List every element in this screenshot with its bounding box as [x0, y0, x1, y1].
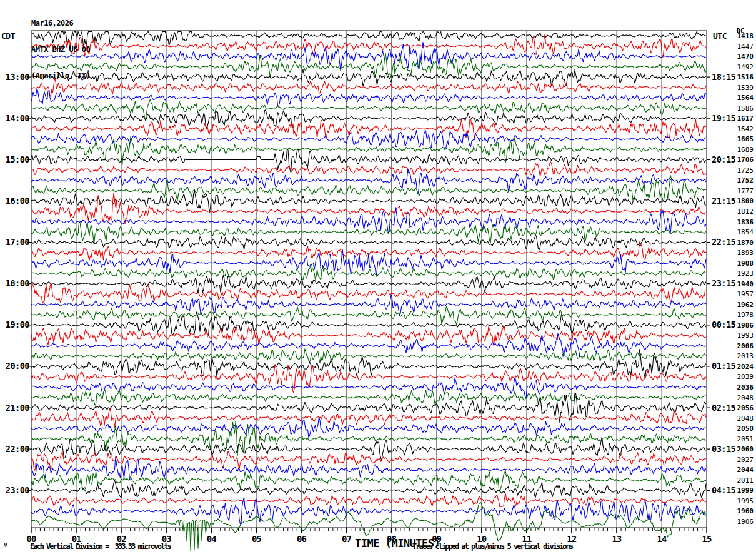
trace-row — [31, 78, 706, 96]
dc-offset-value: 1800 — [737, 197, 754, 205]
cdt-hour-label: 23:00 — [6, 485, 30, 495]
dc-offset-value: 1752 — [737, 176, 754, 184]
trace-row — [31, 493, 706, 507]
trace-row — [31, 162, 706, 176]
dc-offset-value: 1908 — [737, 259, 754, 268]
trace-row — [31, 32, 706, 49]
dc-offset-value: 2024 — [737, 363, 754, 371]
trace-row — [31, 471, 706, 492]
dc-offset-value: 1906 — [737, 518, 754, 526]
dc-offset-value: 1586 — [737, 104, 754, 113]
scale-note: Each Vertical Division = 333.33 microvol… — [30, 542, 171, 551]
trace-row — [31, 264, 706, 280]
utc-time-label: 04:15 — [712, 485, 736, 495]
dc-offset-value: 1978 — [737, 311, 754, 319]
trace-row — [31, 333, 706, 357]
dc-offset-value: 2039 — [737, 373, 754, 381]
minute-tick-label: 14 — [657, 534, 667, 544]
dc-offset-value: 1516 — [737, 73, 754, 81]
minute-tick-label: 04 — [207, 534, 216, 544]
dc-offset-value: 1492 — [737, 63, 754, 71]
dc-offset-value: 1564 — [737, 94, 754, 102]
trace-row — [31, 119, 706, 138]
left-axis-title: CDT — [1, 31, 15, 41]
cdt-hour-label: 18:00 — [6, 278, 30, 288]
utc-time-label: 03:15 — [712, 444, 736, 454]
dc-offset-value: 1706 — [737, 156, 754, 164]
dc-offset-value: 2056 — [737, 404, 754, 412]
dc-offset-value: 2006 — [737, 342, 754, 350]
dc-offset-value: 1893 — [737, 249, 754, 257]
utc-time-label: 21:15 — [712, 196, 736, 206]
minute-tick-label: 06 — [297, 534, 306, 544]
trace-row — [31, 69, 706, 86]
dc-offset-value: 1689 — [737, 146, 754, 154]
dc-offset-value: 1470 — [737, 53, 754, 61]
title-station: AMTX BHZ US 00 — [31, 45, 90, 54]
trace-row — [31, 390, 706, 406]
dc-offset-value: 1642 — [737, 125, 754, 133]
trace-row — [31, 408, 706, 428]
dc-offset-value: 2051 — [737, 435, 754, 443]
plot-title-block: Mar16,2026 AMTX BHZ US 00 (Amarillo, TX) — [31, 1, 90, 98]
dc-offset-value: 1836 — [737, 218, 754, 226]
dc-offset-value: 1962 — [737, 301, 754, 309]
right-axis-title: UTC — [713, 31, 727, 41]
dc-offset-value: 1854 — [737, 228, 754, 236]
title-date: Mar16,2026 — [31, 19, 90, 28]
cdt-hour-label: 16:00 — [6, 196, 30, 206]
dc-offset-value: 1995 — [737, 497, 754, 505]
utc-time-label: 23:15 — [712, 278, 736, 288]
title-location: (Amarillo, TX) — [31, 71, 90, 80]
dc-offset-value: 2050 — [737, 425, 754, 433]
trace-row — [31, 53, 706, 78]
trace-row — [31, 326, 706, 345]
trace-row — [31, 131, 706, 150]
dc-offset-value: 2048 — [737, 394, 754, 402]
minor-ticks — [36, 528, 702, 531]
cdt-hour-label: 17:00 — [6, 237, 30, 247]
helicorder-screen: 0001020304050607080910111213141513:0014:… — [0, 0, 756, 554]
trace-row — [31, 275, 706, 293]
dc-offset-value: 1870 — [737, 239, 754, 247]
utc-time-label: 20:15 — [712, 154, 736, 164]
dc-offset-value: 2044 — [737, 466, 754, 474]
dc-offset-value: 1777 — [737, 187, 754, 195]
utc-time-label: 22:15 — [712, 237, 736, 247]
trace-row — [31, 349, 706, 363]
trace-row — [31, 175, 706, 201]
helicorder-plot: 0001020304050607080910111213141513:0014:… — [0, 0, 756, 554]
plot-frame — [31, 31, 707, 528]
dc-column-header: DC — [737, 28, 744, 34]
trace-row — [31, 350, 706, 379]
trace-row — [31, 222, 706, 244]
dc-offset-value: 1957 — [737, 290, 754, 298]
logo-glyph: ʍ — [4, 541, 7, 548]
dc-offset-value: 1812 — [737, 208, 754, 216]
dc-offset-value: 1725 — [737, 166, 754, 174]
dc-offset-value: 1940 — [737, 280, 754, 288]
cdt-hour-label: 22:00 — [6, 444, 30, 454]
minute-tick-label: 13 — [612, 534, 621, 544]
dc-offset-value: 1617 — [737, 114, 754, 123]
cdt-hour-label: 14:00 — [6, 113, 30, 123]
dc-offset-value: 1665 — [737, 135, 754, 143]
trace-row — [31, 456, 706, 480]
cdt-hour-label: 19:00 — [6, 320, 30, 330]
dc-offset-value: 2013 — [737, 352, 754, 360]
utc-time-label: 01:15 — [712, 361, 736, 371]
utc-time-label: 02:15 — [712, 403, 736, 413]
cdt-hour-label: 20:00 — [6, 361, 30, 371]
minute-tick-label: 15 — [702, 534, 712, 544]
dc-offset-value: 2060 — [737, 445, 754, 453]
minute-tick-label: 07 — [342, 534, 351, 544]
trace-row — [31, 480, 706, 498]
clip-note: Traces clipped at plus/minus 5 vertical … — [412, 542, 572, 551]
dc-offset-value: 2036 — [737, 383, 754, 391]
dc-offset-value: 1993 — [737, 331, 754, 340]
utc-time-label: 18:15 — [712, 72, 736, 82]
dc-offset-value: 2048 — [737, 415, 754, 423]
trace-row — [31, 89, 706, 106]
trace-row — [31, 306, 706, 325]
dc-offset-value: 1999 — [737, 486, 754, 495]
